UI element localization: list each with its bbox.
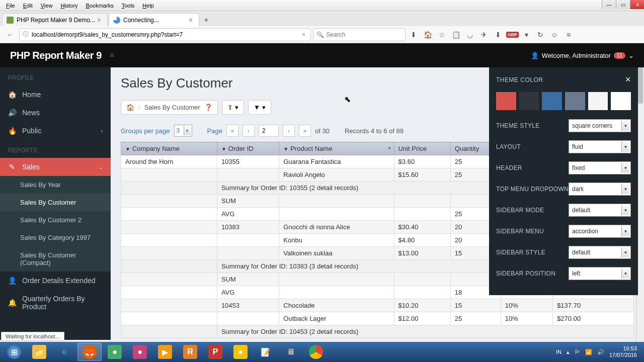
- sidebar-item-public[interactable]: 🔥Public‹: [0, 122, 111, 140]
- theme-setting-select[interactable]: default▼: [569, 204, 631, 217]
- taskbar-app-1[interactable]: ●: [103, 343, 127, 361]
- column-header[interactable]: ▼Company Name: [121, 142, 217, 155]
- menu-help[interactable]: Help: [138, 2, 158, 10]
- browser-tab-1[interactable]: Connecting... ×: [109, 13, 199, 26]
- download-icon[interactable]: ⬇: [408, 29, 420, 41]
- tray-clock[interactable]: 16:5317/07/2016: [609, 345, 637, 358]
- sidebar-item-sales[interactable]: ✎Sales⌄: [0, 158, 111, 176]
- next-page-button[interactable]: ›: [283, 125, 295, 137]
- column-header[interactable]: ▼Product Name▴: [279, 142, 394, 155]
- home-icon[interactable]: 🏠: [126, 104, 134, 111]
- theme-setting-select[interactable]: dark▼: [569, 183, 631, 196]
- theme-swatch[interactable]: [542, 92, 562, 110]
- window-close[interactable]: ✕: [630, 0, 644, 9]
- sidebar-item-sales-by-year[interactable]: Sales By Year: [0, 176, 111, 194]
- sidebar-item-sales-by-customer-2[interactable]: Sales By Customer 2: [0, 211, 111, 229]
- adblock-icon[interactable]: ABP: [506, 29, 518, 41]
- theme-swatch[interactable]: [611, 92, 631, 110]
- menu-tools[interactable]: Tools: [118, 2, 139, 10]
- url-input[interactable]: [32, 31, 300, 38]
- menu-edit[interactable]: Edit: [19, 2, 37, 10]
- start-button[interactable]: ⊞: [2, 343, 26, 361]
- sidebar-item-home[interactable]: 🏠Home: [0, 85, 111, 104]
- taskbar-ie[interactable]: e: [52, 343, 76, 361]
- page-input[interactable]: [259, 125, 279, 137]
- tray-flag-icon[interactable]: 🏳: [575, 349, 580, 355]
- theme-swatch[interactable]: [565, 92, 585, 110]
- theme-setting-select[interactable]: fluid▼: [569, 140, 631, 153]
- filter-icon: ▼: [125, 146, 130, 152]
- tray-network-icon[interactable]: 📶: [585, 349, 592, 355]
- close-icon[interactable]: ×: [187, 16, 195, 24]
- filter-button[interactable]: ▼▾: [248, 100, 271, 115]
- tray-lang[interactable]: IN: [556, 349, 561, 355]
- taskbar-app-8[interactable]: 🖥: [279, 343, 303, 361]
- taskbar-app-4[interactable]: R: [178, 343, 202, 361]
- menu-bookmarks[interactable]: Bookmarks: [82, 2, 118, 10]
- browser-tab-0[interactable]: PHP Report Maker 9 Demo... ×: [2, 13, 108, 26]
- taskbar-app-5[interactable]: P: [203, 343, 227, 361]
- taskbar-explorer[interactable]: 📁: [27, 343, 51, 361]
- sidebar-item-order-details[interactable]: 👤Order Details Extended: [0, 272, 111, 290]
- table-cell: Konbu: [279, 234, 394, 247]
- theme-swatch[interactable]: [588, 92, 608, 110]
- taskbar-chrome[interactable]: [304, 343, 328, 361]
- taskbar-app-6[interactable]: ●: [228, 343, 253, 361]
- theme-setting-select[interactable]: default▼: [569, 246, 631, 259]
- menu-view[interactable]: View: [37, 2, 57, 10]
- sidebar-toggle-icon[interactable]: ≡: [110, 51, 114, 60]
- face-icon[interactable]: ☺: [548, 29, 560, 41]
- sync-icon[interactable]: ↻: [534, 29, 546, 41]
- send-icon[interactable]: ✈: [478, 29, 490, 41]
- prev-page-button[interactable]: ‹: [243, 125, 255, 137]
- help-icon[interactable]: ❓: [204, 104, 212, 111]
- hamburger-icon[interactable]: ≡: [562, 29, 575, 41]
- system-tray[interactable]: IN ▴ 🏳 📶 🔊 16:5317/07/2016: [556, 345, 642, 358]
- close-icon[interactable]: ×: [95, 16, 103, 24]
- first-page-button[interactable]: «: [226, 125, 238, 137]
- column-header[interactable]: Unit Price: [394, 142, 450, 155]
- sidebar-item-quarterly-orders[interactable]: 🔔Quarterly Orders By Product: [0, 290, 111, 316]
- chevron-down-icon[interactable]: ⌄: [628, 52, 634, 59]
- search-field[interactable]: 🔍: [313, 28, 406, 41]
- breadcrumb-item[interactable]: Sales By Customer: [144, 104, 200, 111]
- export-button[interactable]: ⇪▾: [222, 100, 244, 115]
- theme-setting-select[interactable]: square corners▼: [569, 119, 631, 132]
- window-maximize[interactable]: ▭: [616, 0, 630, 9]
- clipboard-icon[interactable]: 📋: [450, 29, 462, 41]
- bookmark-icon[interactable]: ☆: [436, 29, 448, 41]
- tray-volume-icon[interactable]: 🔊: [597, 349, 604, 355]
- theme-swatch[interactable]: [496, 92, 516, 110]
- last-page-button[interactable]: »: [299, 125, 311, 137]
- chevron-down-icon: ▼: [621, 163, 629, 173]
- menu-file[interactable]: File: [2, 2, 19, 10]
- taskbar-app-2[interactable]: ●: [128, 343, 152, 361]
- search-input[interactable]: [326, 31, 402, 38]
- theme-setting-select[interactable]: left▼: [569, 267, 631, 280]
- back-button[interactable]: ←: [3, 28, 17, 41]
- save-icon[interactable]: ⬇: [492, 29, 504, 41]
- notification-badge[interactable]: 11: [614, 52, 625, 59]
- theme-swatch[interactable]: [519, 92, 539, 110]
- window-minimize[interactable]: —: [602, 0, 616, 9]
- taskbar-firefox[interactable]: 🦊: [77, 343, 102, 361]
- sidebar-item-sales-by-customer-compact[interactable]: Sales By Customer (Compact): [0, 246, 111, 272]
- close-icon[interactable]: ×: [625, 74, 631, 85]
- sidebar-item-sales-by-category[interactable]: Sales By Category 1997: [0, 229, 111, 246]
- theme-setting-select[interactable]: accordion▼: [569, 225, 631, 238]
- new-tab-button[interactable]: +: [200, 14, 212, 26]
- taskbar-app-7[interactable]: 📝: [254, 343, 278, 361]
- theme-setting-select[interactable]: fixed▼: [569, 161, 631, 174]
- clear-url-icon[interactable]: ×: [300, 31, 307, 38]
- groups-per-page-select[interactable]: 3▼: [174, 125, 192, 137]
- sidebar-item-sales-by-customer[interactable]: Sales By Customer: [0, 194, 111, 211]
- url-field[interactable]: ⓘ ×: [19, 28, 311, 41]
- pocket-icon[interactable]: ◡: [464, 29, 476, 41]
- taskbar-app-3[interactable]: ▶: [153, 343, 177, 361]
- home-icon[interactable]: 🏠: [422, 29, 434, 41]
- tray-up-icon[interactable]: ▴: [567, 349, 570, 355]
- addon-icon[interactable]: ▾: [520, 29, 532, 41]
- sidebar-item-news[interactable]: 🔊News: [0, 104, 111, 122]
- column-header[interactable]: ▼Order ID: [217, 142, 279, 155]
- menu-history[interactable]: History: [56, 2, 82, 10]
